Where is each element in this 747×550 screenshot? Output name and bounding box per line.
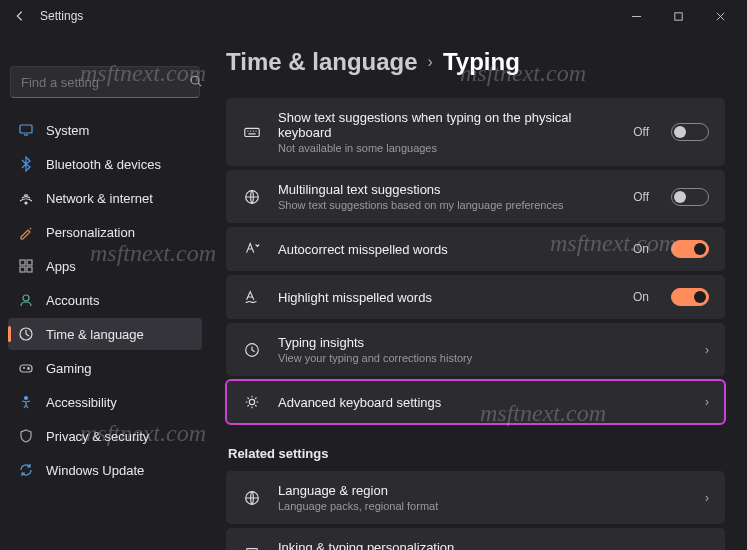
titlebar: Settings [0, 0, 747, 32]
card-inking-typing[interactable]: Inking & typing personalizationPersonal … [226, 528, 725, 550]
chevron-right-icon: › [705, 395, 709, 409]
sidebar-item-label: Privacy & security [46, 429, 149, 444]
card-language-region[interactable]: Language & regionLanguage packs, regiona… [226, 471, 725, 524]
svg-rect-2 [20, 125, 32, 133]
chevron-right-icon: › [705, 491, 709, 505]
search-input[interactable] [10, 66, 200, 98]
card-title: Autocorrect misspelled words [278, 242, 617, 257]
chevron-right-icon: › [428, 53, 433, 71]
sidebar-item-accounts[interactable]: Accounts [8, 284, 202, 316]
time-language-icon [18, 326, 34, 342]
gaming-icon [18, 360, 34, 376]
card-title: Multilingual text suggestions [278, 182, 617, 197]
card-title: Language & region [278, 483, 689, 498]
autocorrect-icon [242, 239, 262, 259]
language-icon [242, 488, 262, 508]
sidebar-item-label: Accounts [46, 293, 99, 308]
toggle-switch[interactable] [671, 240, 709, 258]
back-button[interactable] [6, 9, 34, 23]
card-multilingual[interactable]: Multilingual text suggestionsShow text s… [226, 170, 725, 223]
svg-point-1 [191, 76, 199, 84]
sidebar-item-accessibility[interactable]: Accessibility [8, 386, 202, 418]
personalization-icon [18, 224, 34, 240]
svg-point-11 [28, 368, 30, 370]
network-icon [18, 190, 34, 206]
search-icon [189, 74, 203, 91]
inking-icon [242, 545, 262, 551]
svg-rect-13 [245, 128, 259, 136]
card-advanced-keyboard[interactable]: Advanced keyboard settings › [226, 380, 725, 424]
toggle-switch[interactable] [671, 288, 709, 306]
sidebar-item-gaming[interactable]: Gaming [8, 352, 202, 384]
svg-rect-6 [20, 267, 25, 272]
sidebar-item-label: Network & internet [46, 191, 153, 206]
breadcrumb-current: Typing [443, 48, 520, 76]
toggle-state: Off [633, 190, 649, 204]
breadcrumb: Time & language › Typing [226, 48, 725, 76]
sidebar-item-time-language[interactable]: Time & language [8, 318, 202, 350]
svg-point-16 [249, 399, 254, 404]
card-typing-insights[interactable]: Typing insightsView your typing and corr… [226, 323, 725, 376]
sidebar-item-bluetooth[interactable]: Bluetooth & devices [8, 148, 202, 180]
svg-point-8 [23, 295, 29, 301]
sidebar-item-label: Personalization [46, 225, 135, 240]
card-sub: View your typing and corrections history [278, 352, 689, 364]
insights-icon [242, 340, 262, 360]
sidebar-item-network[interactable]: Network & internet [8, 182, 202, 214]
svg-rect-5 [27, 260, 32, 265]
svg-point-3 [25, 202, 27, 204]
update-icon [18, 462, 34, 478]
main-content: Time & language › Typing Show text sugge… [210, 32, 747, 550]
section-header-related: Related settings [228, 446, 725, 461]
gear-icon [242, 392, 262, 412]
card-title: Typing insights [278, 335, 689, 350]
maximize-button[interactable] [657, 0, 699, 32]
card-title: Highlight misspelled words [278, 290, 617, 305]
sidebar: System Bluetooth & devices Network & int… [0, 32, 210, 550]
chevron-right-icon: › [705, 343, 709, 357]
privacy-icon [18, 428, 34, 444]
sidebar-item-personalization[interactable]: Personalization [8, 216, 202, 248]
bluetooth-icon [18, 156, 34, 172]
card-title: Inking & typing personalization [278, 540, 689, 550]
sidebar-item-label: Bluetooth & devices [46, 157, 161, 172]
sidebar-item-label: Apps [46, 259, 76, 274]
highlight-icon [242, 287, 262, 307]
close-button[interactable] [699, 0, 741, 32]
keyboard-icon [242, 122, 262, 142]
toggle-switch[interactable] [671, 188, 709, 206]
sidebar-item-system[interactable]: System [8, 114, 202, 146]
card-sub: Not available in some languages [278, 142, 617, 154]
sidebar-item-label: Gaming [46, 361, 92, 376]
svg-rect-4 [20, 260, 25, 265]
toggle-state: On [633, 290, 649, 304]
toggle-state: Off [633, 125, 649, 139]
svg-point-12 [25, 397, 28, 400]
sidebar-item-privacy[interactable]: Privacy & security [8, 420, 202, 452]
card-text-suggestions[interactable]: Show text suggestions when typing on the… [226, 98, 725, 166]
sidebar-item-label: System [46, 123, 89, 138]
svg-rect-0 [674, 12, 681, 19]
apps-icon [18, 258, 34, 274]
accounts-icon [18, 292, 34, 308]
breadcrumb-parent[interactable]: Time & language [226, 48, 418, 76]
card-sub: Language packs, regional format [278, 500, 689, 512]
sidebar-item-apps[interactable]: Apps [8, 250, 202, 282]
card-sub: Show text suggestions based on my langua… [278, 199, 617, 211]
svg-rect-10 [20, 365, 32, 372]
minimize-button[interactable] [615, 0, 657, 32]
sidebar-item-label: Accessibility [46, 395, 117, 410]
accessibility-icon [18, 394, 34, 410]
globe-icon [242, 187, 262, 207]
sidebar-item-label: Time & language [46, 327, 144, 342]
sidebar-item-label: Windows Update [46, 463, 144, 478]
toggle-switch[interactable] [671, 123, 709, 141]
window-title: Settings [40, 9, 83, 23]
search-field[interactable] [21, 75, 189, 90]
card-autocorrect[interactable]: Autocorrect misspelled words On [226, 227, 725, 271]
toggle-state: On [633, 242, 649, 256]
system-icon [18, 122, 34, 138]
card-title: Advanced keyboard settings [278, 395, 689, 410]
sidebar-item-windows-update[interactable]: Windows Update [8, 454, 202, 486]
card-highlight-misspelled[interactable]: Highlight misspelled words On [226, 275, 725, 319]
